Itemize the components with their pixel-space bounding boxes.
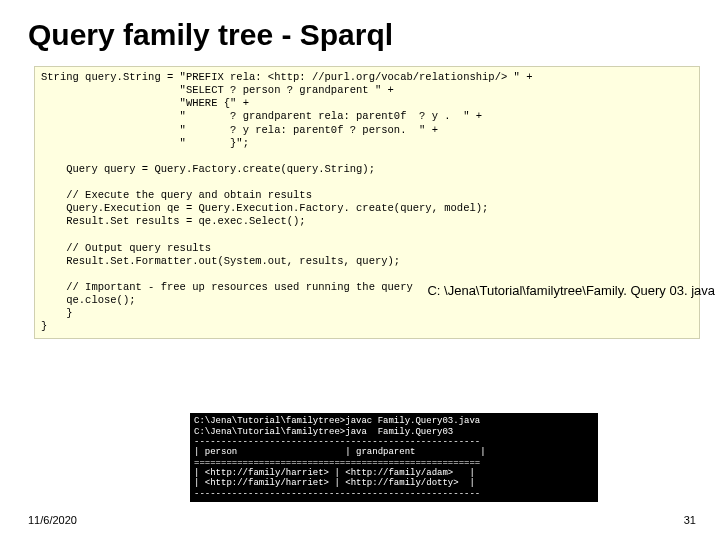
code-block: String query.String = "PREFIX rela: <htt…: [34, 66, 700, 339]
file-path-label: C: \Jena\Tutorial\familytree\Family. Que…: [427, 283, 715, 299]
terminal-content: C:\Jena\Tutorial\familytree>javac Family…: [194, 416, 594, 499]
slide-title: Query family tree - Sparql: [0, 0, 720, 62]
terminal-output: C:\Jena\Tutorial\familytree>javac Family…: [190, 413, 598, 502]
footer-page-number: 31: [684, 514, 696, 526]
footer-date: 11/6/2020: [28, 514, 77, 526]
